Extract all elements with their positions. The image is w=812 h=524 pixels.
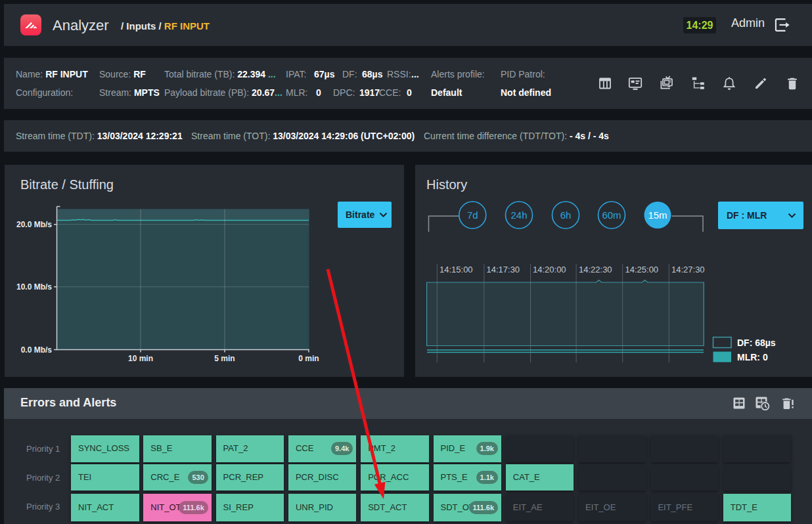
svg-text:14:20:00: 14:20:00 (533, 265, 566, 274)
svg-text:0.0 Mb/s: 0.0 Mb/s (21, 345, 53, 355)
svg-text:DF: 68µs: DF: 68µs (737, 338, 776, 348)
svg-text:MLR: 0: MLR: 0 (737, 352, 768, 362)
svg-text:10 min: 10 min (128, 354, 153, 363)
svg-text:14:17:30: 14:17:30 (487, 265, 520, 274)
svg-text:0 min: 0 min (298, 354, 319, 363)
svg-text:14:15:00: 14:15:00 (440, 265, 473, 274)
svg-text:20.0 Mb/s: 20.0 Mb/s (16, 220, 52, 229)
svg-text:14:27:30: 14:27:30 (671, 265, 705, 274)
svg-text:14:25:00: 14:25:00 (625, 265, 659, 274)
svg-text:14:22:30: 14:22:30 (579, 265, 612, 274)
svg-text:10.0 Mb/s: 10.0 Mb/s (16, 282, 52, 292)
svg-text:5 min: 5 min (214, 354, 235, 363)
